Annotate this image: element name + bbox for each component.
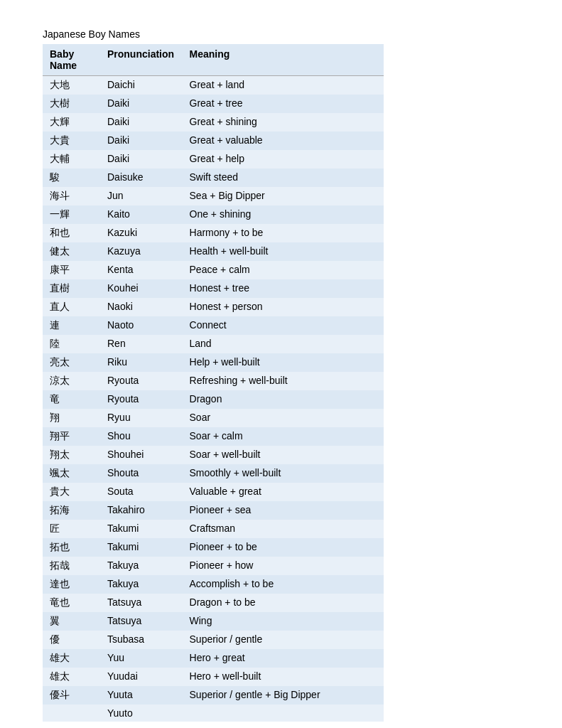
cell-meaning: Health + well-built	[183, 242, 384, 261]
table-row: 陸RenLand	[43, 335, 384, 353]
cell-kanji: 和也	[43, 224, 100, 242]
cell-pronunciation: Yuuto	[100, 705, 183, 722]
cell-meaning: Soar + well-built	[183, 446, 384, 464]
table-row: 翼TatsuyaWing	[43, 612, 384, 631]
table-row: 大輝DaikiGreat + shining	[43, 113, 384, 132]
cell-pronunciation: Naoki	[100, 298, 183, 316]
cell-kanji: 雄大	[43, 649, 100, 668]
cell-meaning: Smoothly + well-built	[183, 464, 384, 483]
cell-pronunciation: Daiki	[100, 132, 183, 150]
cell-pronunciation: Ren	[100, 335, 183, 353]
cell-meaning: Great + valuable	[183, 132, 384, 150]
table-row: 貴大SoutaValuable + great	[43, 483, 384, 501]
cell-meaning: Soar	[183, 409, 384, 427]
cell-meaning: Great + land	[183, 76, 384, 95]
cell-meaning: Pioneer + to be	[183, 538, 384, 557]
cell-pronunciation: Yuu	[100, 649, 183, 668]
table-row: 拓哉TakuyaPioneer + how	[43, 557, 384, 575]
cell-kanji: 連	[43, 316, 100, 335]
cell-meaning: Pioneer + how	[183, 557, 384, 575]
cell-pronunciation: Takumi	[100, 520, 183, 538]
cell-pronunciation: Kouhei	[100, 279, 183, 298]
table-row: 健太KazuyaHealth + well-built	[43, 242, 384, 261]
cell-kanji: 大貴	[43, 132, 100, 150]
cell-meaning	[183, 705, 384, 722]
cell-kanji: 涼太	[43, 372, 100, 390]
cell-kanji: 大輝	[43, 113, 100, 132]
cell-meaning: Dragon	[183, 390, 384, 409]
cell-kanji: 陸	[43, 335, 100, 353]
table-header-row: Baby Name Pronunciation Meaning	[43, 44, 384, 76]
table-row: 竜RyoutaDragon	[43, 390, 384, 409]
cell-meaning: Craftsman	[183, 520, 384, 538]
cell-meaning: Peace + calm	[183, 261, 384, 279]
cell-pronunciation: Ryuu	[100, 409, 183, 427]
cell-kanji: 優	[43, 631, 100, 649]
cell-pronunciation: Daiki	[100, 150, 183, 168]
table-row: 翔RyuuSoar	[43, 409, 384, 427]
cell-pronunciation: Souta	[100, 483, 183, 501]
table-row: 拓也TakumiPioneer + to be	[43, 538, 384, 557]
cell-kanji: 竜也	[43, 594, 100, 612]
cell-kanji: 直人	[43, 298, 100, 316]
cell-pronunciation: Ryouta	[100, 372, 183, 390]
cell-meaning: One + shining	[183, 205, 384, 224]
cell-meaning: Help + well-built	[183, 353, 384, 372]
cell-pronunciation: Kazuki	[100, 224, 183, 242]
cell-pronunciation: Daiki	[100, 95, 183, 113]
table-row: 雄大YuuHero + great	[43, 649, 384, 668]
cell-meaning: Harmony + to be	[183, 224, 384, 242]
table-row: 翔平ShouSoar + calm	[43, 427, 384, 446]
cell-meaning: Valuable + great	[183, 483, 384, 501]
table-row: 大樹DaikiGreat + tree	[43, 95, 384, 113]
cell-pronunciation: Shouta	[100, 464, 183, 483]
cell-pronunciation: Yuudai	[100, 668, 183, 686]
cell-kanji: 翼	[43, 612, 100, 631]
table-row: 直樹KouheiHonest + tree	[43, 279, 384, 298]
cell-pronunciation: Daisuke	[100, 168, 183, 187]
table-row: 雄太YuudaiHero + well-built	[43, 668, 384, 686]
cell-kanji: 貴大	[43, 483, 100, 501]
cell-pronunciation: Takuya	[100, 575, 183, 594]
names-table: Baby Name Pronunciation Meaning 大地Daichi…	[43, 44, 384, 722]
cell-meaning: Soar + calm	[183, 427, 384, 446]
table-row: 優斗YuutaSuperior / gentle + Big Dipper	[43, 686, 384, 705]
table-row: 亮太RikuHelp + well-built	[43, 353, 384, 372]
table-row: 大貴DaikiGreat + valuable	[43, 132, 384, 150]
cell-meaning: Honest + person	[183, 298, 384, 316]
cell-meaning: Pioneer + sea	[183, 501, 384, 520]
cell-kanji: 亮太	[43, 353, 100, 372]
cell-kanji: 翔平	[43, 427, 100, 446]
cell-meaning: Wing	[183, 612, 384, 631]
cell-kanji: 駿	[43, 168, 100, 187]
cell-pronunciation: Ryouta	[100, 390, 183, 409]
table-row: 優TsubasaSuperior / gentle	[43, 631, 384, 649]
table-row: 連NaotoConnect	[43, 316, 384, 335]
cell-meaning: Swift steed	[183, 168, 384, 187]
cell-kanji: 拓哉	[43, 557, 100, 575]
cell-meaning: Superior / gentle + Big Dipper	[183, 686, 384, 705]
cell-pronunciation: Shouhei	[100, 446, 183, 464]
cell-kanji: 大輔	[43, 150, 100, 168]
cell-kanji: 大樹	[43, 95, 100, 113]
header-meaning: Meaning	[183, 44, 384, 76]
cell-meaning: Dragon + to be	[183, 594, 384, 612]
cell-meaning: Great + tree	[183, 95, 384, 113]
cell-pronunciation: Riku	[100, 353, 183, 372]
table-row: 拓海TakahiroPioneer + sea	[43, 501, 384, 520]
cell-meaning: Refreshing + well-built	[183, 372, 384, 390]
cell-pronunciation: Kenta	[100, 261, 183, 279]
table-row: 海斗JunSea + Big Dipper	[43, 187, 384, 205]
cell-kanji: 達也	[43, 575, 100, 594]
cell-meaning: Honest + tree	[183, 279, 384, 298]
table-row: 竜也TatsuyaDragon + to be	[43, 594, 384, 612]
cell-kanji: 拓也	[43, 538, 100, 557]
cell-meaning: Hero + great	[183, 649, 384, 668]
cell-meaning: Land	[183, 335, 384, 353]
cell-pronunciation: Takuya	[100, 557, 183, 575]
cell-pronunciation: Daiki	[100, 113, 183, 132]
cell-pronunciation: Jun	[100, 187, 183, 205]
table-row: 康平KentaPeace + calm	[43, 261, 384, 279]
cell-pronunciation: Shou	[100, 427, 183, 446]
cell-kanji: 海斗	[43, 187, 100, 205]
